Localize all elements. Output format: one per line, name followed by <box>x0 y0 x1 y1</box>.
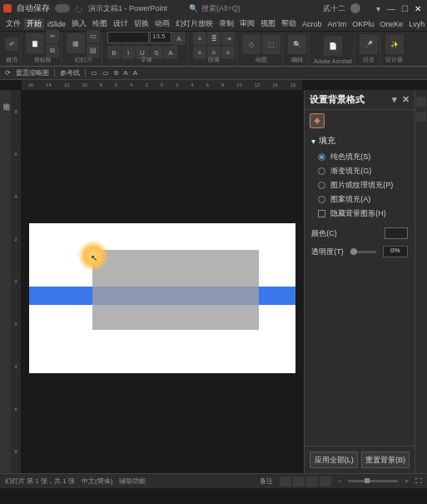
option-pattern-fill[interactable]: 图案填充(A) <box>311 192 408 207</box>
font-color-button[interactable]: A <box>164 46 177 59</box>
adobe-pdf-button[interactable]: 📄 <box>324 36 342 56</box>
tab-record[interactable]: 录制 <box>216 18 236 29</box>
tab-slideshow[interactable]: 幻灯片放映 <box>173 18 216 29</box>
ribbon-group-designer: ✨ 设计器 <box>384 33 405 64</box>
option-picture-fill[interactable]: 图片或纹理填充(P) <box>311 178 408 192</box>
collapse-icon: ▾ <box>311 137 315 146</box>
bold-button[interactable]: B <box>107 46 121 59</box>
undo-button[interactable]: ↶ <box>5 37 18 51</box>
reset-thumbnail-button[interactable]: ⟳ <box>5 69 11 77</box>
zoom-slider[interactable] <box>348 480 398 482</box>
tab-lvyh[interactable]: Lvyh <box>406 20 427 28</box>
reset-thumbnail-label[interactable]: 重置缩略图 <box>16 68 49 77</box>
notes-button[interactable]: 备注 <box>260 477 273 486</box>
tab-insert[interactable]: 插入 <box>69 18 89 29</box>
shapes-button[interactable]: ◇ <box>242 34 261 54</box>
minimize-button[interactable]: — <box>385 2 397 14</box>
slider-thumb[interactable] <box>350 248 357 255</box>
language-indicator[interactable]: 中文(简体) <box>82 477 112 486</box>
tab-review[interactable]: 审阅 <box>237 18 257 29</box>
maximize-button[interactable]: ☐ <box>399 2 410 14</box>
sorter-view-button[interactable] <box>293 477 305 487</box>
color-picker[interactable] <box>385 227 408 239</box>
transparency-slider[interactable] <box>350 251 376 253</box>
italic-button[interactable]: I <box>122 46 135 59</box>
panel-title: 设置背景格式 <box>310 93 365 106</box>
new-slide-button[interactable]: ▦ <box>67 33 85 53</box>
thumbnail-panel-collapsed[interactable]: 略缩图 <box>0 90 11 473</box>
panel-dropdown-icon[interactable]: ▾ <box>392 94 397 105</box>
tool-rail-item[interactable] <box>416 112 426 122</box>
font-size-select[interactable]: 13.5 <box>150 32 171 43</box>
title-bar: 自动保存 ⭮ 演示文稿1 - PowerPoint 🔍 搜索(Alt+Q) 贰十… <box>0 0 427 17</box>
tab-view[interactable]: 视图 <box>258 18 278 29</box>
reading-view-button[interactable] <box>306 477 318 487</box>
tab-islide[interactable]: iSlide <box>45 20 68 28</box>
search-box[interactable]: 🔍 搜索(Alt+Q) <box>189 3 241 14</box>
layout-button[interactable]: ▭ <box>87 30 100 43</box>
fit-window-button[interactable]: ⛶ <box>415 477 422 485</box>
tab-home[interactable]: 开始 <box>24 18 44 29</box>
user-avatar[interactable] <box>350 3 360 13</box>
find-button[interactable]: 🔍 <box>288 34 306 54</box>
user-name[interactable]: 贰十二 <box>323 3 345 14</box>
slide-canvas[interactable]: ↖ <box>29 223 295 373</box>
gray-rectangle[interactable] <box>92 250 259 330</box>
option-hide-background[interactable]: 隐藏背景图形(H) <box>311 207 408 221</box>
indent-button[interactable]: ⇥ <box>221 32 235 45</box>
apply-all-button[interactable]: 应用全部(L) <box>310 452 358 468</box>
dictate-button[interactable]: 🎤 <box>360 34 378 54</box>
mini-tool-3[interactable]: B <box>114 69 118 77</box>
transparency-value[interactable]: 0% <box>383 246 408 257</box>
panel-tab-fill[interactable] <box>305 110 415 132</box>
mini-tool-1[interactable]: ▭ <box>91 69 97 77</box>
tab-onekey[interactable]: OneKe <box>377 20 405 28</box>
numbering-button[interactable]: ≣ <box>207 32 221 45</box>
tab-anim[interactable]: An'Im <box>325 20 350 28</box>
autosave-toggle[interactable] <box>55 4 70 12</box>
radio-icon <box>318 182 325 189</box>
tab-transitions[interactable]: 切换 <box>132 18 151 29</box>
guides-button[interactable]: 参考线 <box>60 68 80 77</box>
mini-tool-2[interactable]: ▭ <box>102 69 109 77</box>
autosave-label[interactable]: 自动保存 <box>17 2 50 14</box>
slideshow-view-button[interactable] <box>320 477 331 487</box>
tab-file[interactable]: 文件 <box>3 18 23 29</box>
tab-animations[interactable]: 动画 <box>152 18 172 29</box>
cut-button[interactable]: ✂ <box>46 30 59 43</box>
grow-font-button[interactable]: A <box>172 32 186 45</box>
normal-view-button[interactable] <box>280 477 291 487</box>
slide-counter[interactable]: 幻灯片 第 1 张，共 1 张 <box>5 477 75 486</box>
tab-okplus[interactable]: OKPlu <box>350 20 376 28</box>
zoom-in-button[interactable]: + <box>405 477 409 485</box>
sub-ribbon: ⟳ 重置缩略图 参考线 ▭ ▭ B A A <box>0 67 427 80</box>
section-fill-title[interactable]: ▾ 填充 <box>311 135 408 147</box>
transparency-row: 透明度(T) 0% <box>305 242 415 261</box>
tool-rail-item[interactable] <box>416 97 426 107</box>
tab-design[interactable]: 设计 <box>111 18 131 29</box>
close-button[interactable]: ✕ <box>412 2 424 14</box>
align-left-button[interactable]: ≡ <box>193 46 206 59</box>
zoom-out-button[interactable]: − <box>338 477 342 485</box>
paste-button[interactable]: 📋 <box>26 33 44 53</box>
mini-tool-4[interactable]: A <box>123 69 127 77</box>
tab-help[interactable]: 帮助 <box>279 18 299 29</box>
accessibility-checker[interactable]: 辅助功能 <box>119 477 146 486</box>
radio-icon <box>318 167 325 175</box>
vertical-ruler: 864202468 <box>11 90 21 473</box>
canvas-column: 864202468 ↖ 选中两个矩形 <box>11 90 304 473</box>
ribbon-options-icon[interactable]: ▾ <box>372 2 384 14</box>
bullets-button[interactable]: ≡ <box>193 32 206 45</box>
option-solid-fill[interactable]: 纯色填充(S) <box>311 150 408 164</box>
slide-stage[interactable]: ↖ 选中两个矩形 <box>21 90 304 473</box>
align-right-button[interactable]: ≡ <box>221 46 235 59</box>
tab-draw[interactable]: 绘图 <box>90 18 110 29</box>
option-gradient-fill[interactable]: 渐变填充(G) <box>311 164 408 178</box>
arrange-button[interactable]: ⬚ <box>262 34 281 54</box>
tab-acrobat[interactable]: Acrob <box>300 20 325 28</box>
reset-bg-button[interactable]: 重置背景(B) <box>361 452 410 468</box>
font-family-select[interactable] <box>107 32 149 43</box>
mini-tool-5[interactable]: A <box>133 69 137 77</box>
designer-button[interactable]: ✨ <box>385 34 404 54</box>
panel-close-button[interactable]: ✕ <box>402 94 410 105</box>
